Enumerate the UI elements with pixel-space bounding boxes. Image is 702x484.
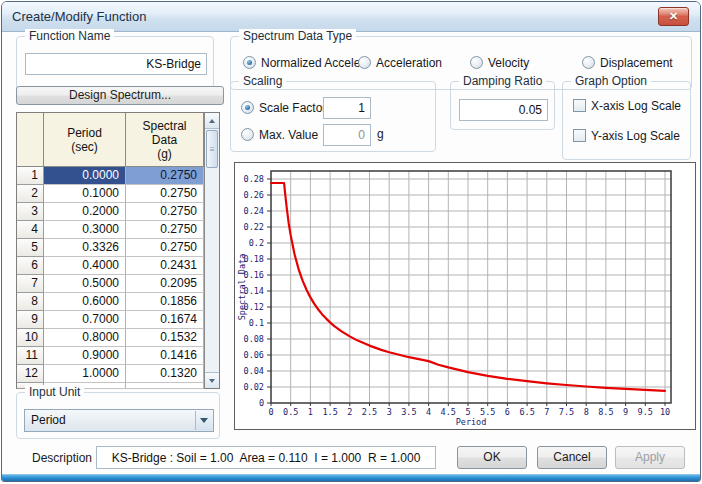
scroll-up-button[interactable]: [205, 113, 219, 129]
scaling-group: Scaling Scale Factor Max. Value g: [230, 81, 436, 152]
spectral-data-cell[interactable]: 0.1532: [126, 329, 204, 347]
spectral-data-cell[interactable]: 0.2750: [126, 221, 204, 239]
spectral-data-cell[interactable]: 0.2431: [126, 257, 204, 275]
period-cell[interactable]: 1.0000: [44, 365, 126, 383]
apply-button[interactable]: Apply: [615, 446, 685, 469]
max-value-input[interactable]: [323, 124, 371, 146]
design-spectrum-button[interactable]: Design Spectrum...: [16, 86, 224, 105]
scroll-down-button[interactable]: [205, 372, 219, 388]
spectrum-type-radio-2[interactable]: [470, 56, 483, 69]
period-cell[interactable]: 0.8000: [44, 329, 126, 347]
function-name-group: Function Name: [16, 36, 214, 90]
spectral-data-cell[interactable]: 0.2750: [126, 203, 204, 221]
table-row: 10.00000.2750: [17, 167, 204, 185]
max-value-label: Max. Value: [259, 128, 318, 142]
scroll-up-icon: [209, 119, 215, 123]
table-scrollbar[interactable]: ≡: [204, 113, 219, 388]
row-number-cell[interactable]: 5: [17, 239, 44, 257]
row-number-cell[interactable]: 7: [17, 275, 44, 293]
period-cell[interactable]: 0.5000: [44, 275, 126, 293]
period-cell[interactable]: 0.3000: [44, 221, 126, 239]
svg-text:8.5: 8.5: [598, 407, 613, 417]
spectrum-type-radio-3[interactable]: [582, 56, 595, 69]
svg-text:0.24: 0.24: [244, 206, 264, 216]
table-rows: 10.00000.275020.10000.275030.20000.27504…: [17, 167, 204, 389]
svg-text:9: 9: [623, 407, 628, 417]
function-name-group-label: Function Name: [25, 29, 114, 43]
damping-ratio-input[interactable]: [459, 99, 548, 121]
period-cell[interactable]: 0.9000: [44, 347, 126, 365]
y-axis-log-label: Y-axis Log Scale: [591, 129, 680, 143]
row-number-cell[interactable]: 10: [17, 329, 44, 347]
table-row: 50.33260.2750: [17, 239, 204, 257]
input-unit-select[interactable]: Period: [24, 409, 214, 432]
close-icon: ✕: [669, 10, 678, 22]
ok-button[interactable]: OK: [457, 446, 527, 469]
spectrum-chart-panel: 00.511.522.533.544.555.566.577.588.599.5…: [234, 162, 696, 430]
damping-ratio-group-label: Damping Ratio: [459, 74, 546, 88]
svg-text:0.28: 0.28: [244, 174, 264, 184]
row-number-cell[interactable]: 12: [17, 365, 44, 383]
header-period-cell: Period(sec): [44, 113, 126, 167]
spectral-data-cell[interactable]: 0.1674: [126, 311, 204, 329]
row-number-cell[interactable]: 4: [17, 221, 44, 239]
period-cell[interactable]: 0.0000: [44, 167, 126, 185]
input-unit-value: Period: [31, 410, 66, 431]
spectral-data-cell[interactable]: 0.1856: [126, 293, 204, 311]
spectral-data-cell[interactable]: 0.2750: [126, 185, 204, 203]
spectral-data-cell[interactable]: 0.1320: [126, 365, 204, 383]
cancel-button[interactable]: Cancel: [537, 446, 607, 469]
period-cell[interactable]: 0.1000: [44, 185, 126, 203]
scale-factor-label: Scale Factor: [259, 101, 326, 115]
scrollbar-thumb[interactable]: ≡: [206, 130, 218, 168]
dialog-title: Create/Modify Function: [12, 2, 146, 31]
svg-text:6: 6: [505, 407, 510, 417]
spectrum-type-radio-label-0: Normalized Accele: [261, 56, 360, 70]
table-columns: Period(sec) SpectralData(g) 10.00000.275…: [17, 113, 204, 388]
row-number-cell[interactable]: 11: [17, 347, 44, 365]
row-number-cell[interactable]: 3: [17, 203, 44, 221]
period-cell[interactable]: 0.7000: [44, 311, 126, 329]
spectral-data-cell[interactable]: 0.1416: [126, 347, 204, 365]
y-axis-log-checkbox[interactable]: [573, 129, 586, 142]
row-number-cell[interactable]: 9: [17, 311, 44, 329]
period-cell[interactable]: 0.2000: [44, 203, 126, 221]
svg-text:0: 0: [259, 398, 264, 408]
spectral-data-cell[interactable]: 0.2750: [126, 167, 204, 185]
row-number-cell[interactable]: 8: [17, 293, 44, 311]
spectrum-type-radio-label-3: Displacement: [600, 56, 673, 70]
title-bar: Create/Modify Function ✕: [2, 2, 700, 32]
table-row: 90.70000.1674: [17, 311, 204, 329]
max-value-unit-label: g: [377, 127, 384, 141]
description-input[interactable]: [96, 446, 436, 469]
spectrum-type-radio-label-1: Acceleration: [376, 56, 442, 70]
period-cell[interactable]: 0.3326: [44, 239, 126, 257]
row-number-cell[interactable]: 2: [17, 185, 44, 203]
close-button[interactable]: ✕: [658, 7, 689, 26]
spectral-data-cell[interactable]: 0.2095: [126, 275, 204, 293]
table-row: 70.50000.2095: [17, 275, 204, 293]
scale-factor-input[interactable]: [323, 97, 371, 119]
x-axis-log-checkbox[interactable]: [573, 99, 586, 112]
spectral-data-cell[interactable]: 0.2750: [126, 239, 204, 257]
row-number-cell[interactable]: 6: [17, 257, 44, 275]
svg-text:0: 0: [268, 407, 273, 417]
row-number-cell[interactable]: 1: [17, 167, 44, 185]
svg-text:0.22: 0.22: [244, 222, 264, 232]
input-unit-group-label: Input Unit: [25, 385, 84, 399]
svg-text:0.2: 0.2: [249, 238, 264, 248]
table-row: 30.20000.2750: [17, 203, 204, 221]
spectrum-type-radio-1[interactable]: [358, 56, 371, 69]
max-value-radio[interactable]: [241, 128, 254, 141]
scale-factor-radio[interactable]: [241, 101, 254, 114]
period-cell[interactable]: 0.4000: [44, 257, 126, 275]
function-name-input[interactable]: [25, 53, 207, 75]
chevron-down-icon: [200, 418, 208, 423]
table-row: 121.00000.1320: [17, 365, 204, 383]
spectrum-type-radio-0[interactable]: [243, 56, 256, 69]
svg-text:5.5: 5.5: [480, 407, 495, 417]
svg-text:7: 7: [544, 407, 549, 417]
svg-text:8: 8: [584, 407, 589, 417]
svg-text:0.06: 0.06: [244, 350, 264, 360]
period-cell[interactable]: 0.6000: [44, 293, 126, 311]
